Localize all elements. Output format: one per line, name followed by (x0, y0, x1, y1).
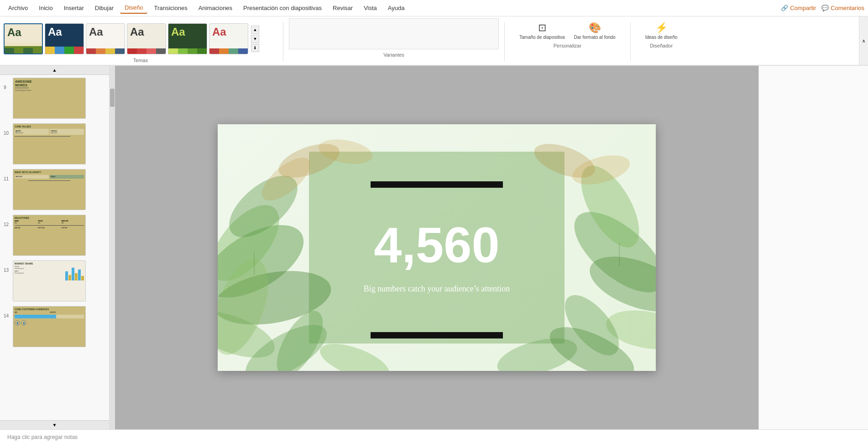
slide-thumb-9: AWESOME WORDS Something text here (13, 78, 86, 119)
menu-bar: Archivo Inicio Insertar Dibujar Diseño T… (0, 0, 868, 16)
slide-item-13[interactable]: 13 MARKET SHARE VENUS Something text MAR… (2, 259, 107, 302)
slide-canvas: 4,560 Big numbers catch your audience’s … (218, 124, 656, 371)
slide-item-14[interactable]: 14 CORE CUSTOMER AUDIENCES AGE GENDER 👤 (2, 305, 107, 348)
notes-placeholder: Haga clic para agregar notas (7, 434, 78, 440)
theme-0[interactable]: Aa (4, 23, 43, 54)
theme-3[interactable]: Aa (127, 23, 166, 54)
variants-box (289, 18, 499, 49)
personalizar-label: Personalizar (554, 43, 581, 48)
black-bar-top (371, 181, 503, 188)
comments-icon: 💬 (821, 5, 829, 11)
slide-num-10: 10 (4, 131, 13, 136)
theme-5[interactable]: Aa (209, 23, 248, 54)
theme-scroll-down[interactable]: ⬇ (251, 44, 259, 52)
tamano-icon: ⊡ (538, 22, 546, 34)
slide-num-11: 11 (4, 176, 13, 181)
variantes-label: Variantes (289, 51, 499, 58)
menu-archivo[interactable]: Archivo (4, 3, 32, 13)
menu-presentacion[interactable]: Presentación con diapositivas (239, 3, 326, 13)
theme-2[interactable]: Aa (86, 23, 125, 54)
menu-revisar[interactable]: Revisar (328, 3, 357, 13)
slide-num-14: 14 (4, 313, 13, 318)
tamano-button[interactable]: ⊡ Tamaño de diapositiva (516, 20, 569, 42)
menu-transiciones[interactable]: Transiciones (149, 3, 192, 13)
slide-thumb-11: WHAT SETS US APART? MERCURY VENUS (13, 169, 86, 210)
slide-item-9[interactable]: 9 AWESOME WORDS Something text here (2, 77, 107, 120)
formato-icon: 🎨 (589, 22, 601, 34)
share-button[interactable]: 🔗 Compartir (781, 5, 816, 11)
slide-scroll-down[interactable]: ▼ (0, 420, 109, 429)
ribbon-collapse[interactable]: ∧ (859, 16, 868, 65)
canvas-area[interactable]: 4,560 Big numbers catch your audience’s … (115, 66, 758, 429)
personalizar-buttons: ⊡ Tamaño de diapositiva 🎨 Dar formato al… (516, 20, 619, 42)
ribbon: Aa Aa (0, 16, 868, 66)
slide-list: 9 AWESOME WORDS Something text here 10 (0, 75, 109, 420)
slide-panel: ▲ 9 AWESOME WORDS Something text here (0, 66, 110, 429)
slide-num-13: 13 (4, 268, 13, 273)
ribbon-divider-3 (630, 22, 631, 61)
slide-item-11[interactable]: 11 WHAT SETS US APART? MERCURY VENUS (2, 168, 107, 211)
menu-inicio[interactable]: Inicio (34, 3, 57, 13)
temas-label: Temas (4, 58, 277, 65)
ribbon-divider-2 (504, 22, 505, 61)
notes-bar[interactable]: Haga clic para agregar notas (0, 429, 868, 444)
theme-scroll-mid[interactable]: ▼ (251, 35, 259, 43)
scroll-thumb[interactable] (110, 89, 115, 107)
theme-scroll-up[interactable]: ▲ (251, 26, 259, 34)
menu-right-actions: 🔗 Compartir 💬 Comentarios (781, 5, 864, 11)
theme-4[interactable]: Aa (168, 23, 207, 54)
menu-animaciones[interactable]: Animaciones (194, 3, 237, 13)
theme-scroll-arrows: ▲ ▼ ⬇ (251, 26, 259, 52)
main-area: ▲ 9 AWESOME WORDS Something text here (0, 66, 868, 429)
ideas-button[interactable]: ⚡ Ideas de diseño (642, 20, 681, 42)
disenador-label: Diseñador (650, 43, 673, 48)
ideas-label: Ideas de diseño (645, 35, 678, 40)
menu-dibujar[interactable]: Dibujar (90, 3, 118, 13)
ribbon-divider-1 (283, 22, 283, 61)
slide-thumb-14: CORE CUSTOMER AUDIENCES AGE GENDER 👤 👤 (13, 306, 86, 347)
slide-scrollbar[interactable] (110, 66, 115, 429)
slide-thumb-10: CORE VALUES MARS Mercury text VENUS Satu… (13, 123, 86, 164)
comments-button[interactable]: 💬 Comentarios (821, 5, 864, 11)
slide-thumb-13: MARKET SHARE VENUS Something text MARS S… (13, 260, 86, 301)
formato-button[interactable]: 🎨 Dar formato al fondo (570, 20, 619, 42)
big-number: 4,560 (374, 216, 499, 274)
black-bar-bottom (371, 332, 503, 338)
formato-label: Dar formato al fondo (574, 35, 616, 40)
slide-num-12: 12 (4, 222, 13, 227)
tamano-label: Tamaño de diapositiva (519, 35, 565, 40)
menu-insertar[interactable]: Insertar (59, 3, 89, 13)
theme-1[interactable]: Aa (45, 23, 84, 54)
menu-diseno[interactable]: Diseño (120, 2, 147, 14)
big-subtitle: Big numbers catch your audience’s attent… (364, 284, 510, 294)
slide-thumb-12: MILESTONES MARStext VENUStext MERCURYtex… (13, 215, 86, 256)
right-panel (758, 66, 868, 429)
slide-item-10[interactable]: 10 CORE VALUES MARS Mercury text VENUS S… (2, 122, 107, 165)
comments-label: Comentarios (831, 5, 864, 11)
menu-ayuda[interactable]: Ayuda (383, 3, 409, 13)
menu-vista[interactable]: Vista (359, 3, 382, 13)
slide-num-9: 9 (4, 85, 13, 90)
ideas-icon: ⚡ (655, 22, 668, 34)
share-icon: 🔗 (781, 5, 788, 11)
slide-item-12[interactable]: 12 MILESTONES MARStext VENUStext MERCURY… (2, 214, 107, 257)
share-label: Compartir (790, 5, 816, 11)
slide-scroll-up[interactable]: ▲ (0, 66, 109, 75)
